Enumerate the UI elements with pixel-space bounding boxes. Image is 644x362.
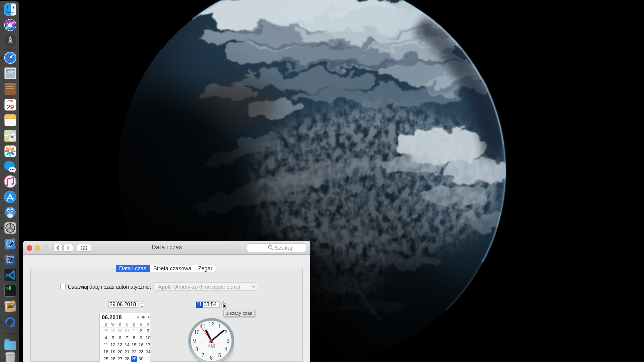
svg-text:11: 11 bbox=[104, 342, 108, 347]
svg-text:28: 28 bbox=[103, 328, 108, 333]
svg-text:p: p bbox=[105, 321, 107, 326]
svg-text:10: 10 bbox=[194, 330, 200, 335]
svg-text:6: 6 bbox=[210, 355, 213, 361]
svg-text:29: 29 bbox=[7, 103, 14, 111]
svg-text:23: 23 bbox=[139, 349, 144, 354]
svg-text:22: 22 bbox=[131, 349, 136, 354]
svg-text:3: 3 bbox=[227, 338, 230, 344]
svg-text:11: 11 bbox=[200, 324, 206, 329]
svg-text:6: 6 bbox=[119, 335, 121, 340]
svg-text:CZE: CZE bbox=[8, 100, 13, 103]
svg-text:30: 30 bbox=[117, 328, 122, 333]
svg-text:2: 2 bbox=[224, 330, 227, 335]
svg-text:1: 1 bbox=[133, 328, 135, 333]
svg-text:19: 19 bbox=[110, 349, 115, 354]
svg-text:w: w bbox=[111, 321, 115, 326]
svg-text:7: 7 bbox=[126, 335, 128, 340]
svg-text:10: 10 bbox=[146, 335, 151, 340]
svg-text:8: 8 bbox=[133, 335, 135, 340]
svg-text:24: 24 bbox=[146, 349, 151, 354]
svg-text:15: 15 bbox=[131, 342, 136, 347]
svg-text:1: 1 bbox=[218, 324, 221, 329]
svg-text:28: 28 bbox=[124, 356, 129, 361]
svg-text:s: s bbox=[140, 321, 142, 326]
svg-text:29: 29 bbox=[110, 328, 115, 333]
svg-text:29: 29 bbox=[131, 356, 136, 361]
svg-text:13: 13 bbox=[117, 342, 122, 347]
svg-text:4: 4 bbox=[224, 347, 227, 352]
svg-text:06.2018: 06.2018 bbox=[102, 314, 122, 320]
svg-text:$: $ bbox=[6, 286, 9, 290]
svg-text:3: 3 bbox=[147, 328, 149, 333]
svg-text:26: 26 bbox=[110, 356, 115, 361]
svg-text:20: 20 bbox=[117, 349, 122, 354]
svg-text:7: 7 bbox=[201, 353, 204, 358]
svg-text:12: 12 bbox=[110, 342, 115, 347]
svg-text:n: n bbox=[147, 321, 149, 326]
svg-text:25: 25 bbox=[103, 356, 108, 361]
svg-text:1: 1 bbox=[147, 356, 149, 361]
svg-text:14: 14 bbox=[124, 342, 129, 347]
svg-text:12: 12 bbox=[208, 322, 214, 327]
svg-text:27: 27 bbox=[117, 356, 122, 361]
svg-text:17: 17 bbox=[146, 342, 151, 347]
svg-text:18: 18 bbox=[103, 349, 108, 354]
svg-text:ś: ś bbox=[119, 321, 121, 326]
svg-text:p: p bbox=[133, 321, 135, 326]
svg-text:9: 9 bbox=[193, 338, 196, 344]
svg-text:9: 9 bbox=[140, 335, 142, 340]
svg-text:4: 4 bbox=[105, 335, 107, 340]
svg-text:c: c bbox=[126, 321, 128, 326]
svg-text:31: 31 bbox=[124, 328, 129, 333]
svg-text:5: 5 bbox=[112, 335, 114, 340]
svg-text:21: 21 bbox=[124, 349, 129, 354]
svg-text:8: 8 bbox=[195, 347, 198, 352]
svg-text:16: 16 bbox=[139, 342, 144, 347]
svg-text:5: 5 bbox=[218, 353, 221, 358]
svg-text:2: 2 bbox=[140, 328, 142, 333]
svg-text:30: 30 bbox=[139, 356, 144, 361]
